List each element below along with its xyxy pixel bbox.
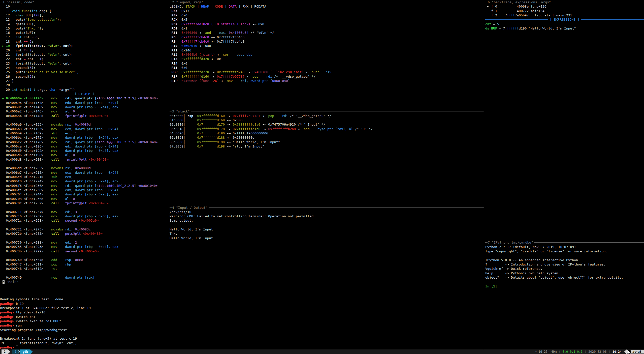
terminal-line: R12 0x4004b0 (_start) ◂— xor ebp, ebp	[170, 52, 484, 57]
pane-title: 1 "disasm, code"	[0, 0, 169, 4]
terminal-line: R14 0x0	[170, 61, 484, 66]
terminal-line: R8 0x7ffff7fcb4c0 ◂— 0x7ffff7fcb4c0	[170, 35, 484, 39]
terminal-line	[0, 205, 169, 210]
terminal-line: 25 puts("Again as it was so nice");	[0, 70, 169, 74]
terminal-line: 0x40071c <func+268> call second <0x4005a…	[0, 218, 169, 223]
status-time: 10:24	[613, 350, 622, 353]
terminal-line: R9 0x7ffff7fcb4c0 ◂— 0x7ffff7fcb4c0	[170, 39, 484, 44]
terminal-line: f 2 7ffff7a05b97 __libc_start_main+231	[485, 13, 644, 17]
section-divider: [ DISASM ]	[0, 92, 169, 96]
terminal-line: 18 cnt += 5;	[0, 39, 169, 44]
terminal-line: 0x4006a4 <func+148> call fprintf@plt <0x…	[0, 114, 169, 118]
terminal-line: In [1]:	[485, 284, 644, 288]
terminal-line: 22 cnt = cnt - 1;	[0, 57, 169, 61]
terminal-line: 10	[0, 4, 169, 9]
terminal-line	[0, 332, 484, 336]
terminal-line: 0x400711 <func+257> mov edi, 3	[0, 210, 169, 214]
pane-title: 2 "legend, regs"	[170, 0, 484, 4]
terminal-line: %quickref -> Quick reference.	[485, 267, 644, 271]
pane-title: 6 "backtrace, expressions, args"	[485, 0, 644, 4]
terminal-line: /dev/pts/10	[170, 210, 484, 214]
terminal-line: 0x4006f0 <func+224> mov dword ptr [rbp -…	[0, 179, 169, 183]
terminal-line	[0, 223, 169, 227]
uptime-arrow-icon: ↑	[535, 350, 537, 353]
terminal-line: object? -> Details about 'object', use '…	[485, 275, 644, 280]
terminal-line: 07:0038│ 0x7fffffffd198 ◂— "rld, I'm Inp…	[170, 144, 484, 149]
hostname-badge: at-at	[627, 350, 644, 353]
terminal-line: 12 char BUF[128];	[0, 13, 169, 17]
separator-icon: ⟨	[559, 350, 560, 353]
terminal-line: ► f 0 40068e func+126	[485, 4, 644, 9]
terminal-line: 11 void func(int arg) {	[0, 9, 169, 13]
terminal-line: 29 int main(int argc, char *argv[])	[0, 87, 169, 92]
terminal-line: 0x4006b3 <func+163> mov ecx, dword ptr […	[0, 127, 169, 131]
terminal-line: R10 0x602010 ◂— 0x0	[170, 44, 484, 48]
terminal-line: RIP 0x40068e (func+126) ◂— mov rdi, qwor…	[170, 79, 484, 83]
lock-icon	[628, 350, 631, 353]
terminal-line: 16 puts(BUF);	[0, 31, 169, 35]
terminal-line: 01:0008│ 0x7fffffffd168 ◂— 0x380	[170, 118, 484, 122]
terminal-line: warning: GDB: Failed to set controlling …	[170, 214, 484, 218]
powerline-arrow-icon	[8, 349, 10, 354]
blank-lines	[170, 149, 484, 205]
terminal-line	[0, 271, 169, 275]
terminal-line: 0x40072b <func+283> call puts@plt <0x400…	[0, 231, 169, 236]
pane-disasm-code[interactable]: 1 "disasm, code" 10 11 void func(int arg…	[0, 0, 169, 280]
panes-legend-regs-stack-io[interactable]: 2 "legend, regs"LEGEND: STACK | HEAP | C…	[170, 0, 484, 280]
terminal-line: 0x40070c <func+252> call fprintf@plt <0x…	[0, 201, 169, 205]
pane-title: 4 "Input / Output"	[170, 205, 484, 210]
terminal-line: 26 second(2);	[0, 74, 169, 79]
terminal-line: 17 int cnt = 0;	[0, 35, 169, 39]
terminal-line: ds BUF = 7fffffffd190 "Hello World, I'm …	[485, 26, 644, 31]
terminal-line: ► 19 fprintf(stdout, "%d\n", cnt);	[0, 44, 169, 48]
terminal-line: 0x400749 nop dword ptr [rax]	[0, 275, 169, 280]
terminal-line: 03:0018│ 0x7fffffffd178 —▸ 0x7fffffffd1b…	[170, 127, 484, 131]
terminal-line: 0x4006a9 <func+153> movabs rsi, 0x40080d	[0, 122, 169, 127]
window-tab-gdb[interactable]: gdb	[20, 349, 30, 354]
terminal-line: RDX 0x7ffff7dd18c0 (_IO_stdfile_1_lock) …	[170, 22, 484, 26]
load-average: 0.0 0.1 0.1	[563, 350, 583, 353]
terminal-line: Hello World, I'm Input	[170, 236, 484, 240]
terminal-line: 0x4006b9 <func+169> shl ecx, 1	[0, 131, 169, 135]
separator-icon: ⟨	[585, 350, 586, 353]
status-bar-left: 2 1 gdb	[0, 349, 33, 354]
terminal-line	[0, 118, 169, 122]
terminal-line: 0x400716 <func+262> mov dword ptr [rbp -…	[0, 214, 169, 218]
terminal-line: ? -> Introduction and overview of IPytho…	[485, 262, 644, 267]
terminal-line: 0x4006ca <func+186> mov edx, dword ptr […	[0, 144, 169, 149]
blank-lines	[170, 83, 484, 109]
terminal-line: RDI 0x1	[170, 26, 484, 31]
terminal-line: Breakpoint 1 at 0x40068e: file test.c, l…	[0, 306, 484, 310]
terminal-line: 06:0030│ 0x7fffffffd190 ◂— "Hello World,…	[170, 140, 484, 144]
terminal-line: 0x400730 <func+288> mov edi, 2	[0, 240, 169, 245]
pane-border-vertical-right[interactable]	[484, 0, 484, 350]
terminal-line	[485, 253, 644, 258]
terminal-line: RBP 0x7fffffffd220 —▸ 0x7fffffffd240 —▸ …	[170, 70, 484, 74]
separator-icon: ⟨	[609, 350, 610, 353]
terminal-line: 0x40070a <func+250> mov al, 0	[0, 197, 169, 201]
terminal-line: 05:0028│ 0x7fffffffd188 ◂— 0x50000000e	[170, 135, 484, 140]
terminal-line	[0, 162, 169, 166]
pane-main-gdb[interactable]: 5 "Main"Reading symbols from test...done…	[0, 280, 484, 350]
session-badge[interactable]: 2	[2, 349, 8, 354]
terminal-line: 0x4006f6 <func+230> mov rdi, qword ptr […	[0, 184, 169, 188]
terminal-line: 20 cnt *= 2;	[0, 48, 169, 52]
terminal-line: LEGEND: STACK | HEAP | CODE | DATA | RWX…	[170, 4, 484, 9]
terminal-line	[0, 236, 169, 240]
terminal-line: pwndbg> cwatch execute "ds BUF"	[0, 319, 484, 323]
terminal-line: 0x400696 <func+134> mov edx, dword ptr […	[0, 101, 169, 105]
hostname-text: at-at	[632, 350, 641, 353]
terminal-line: RSI 0x40080d ◂— and eax, 0x4f000a64 /* '…	[170, 31, 484, 35]
terminal-line: 0x400721 <func+273> movabs rdi, 0x40083c	[0, 227, 169, 231]
pane-border-vertical-left[interactable]	[168, 0, 168, 280]
terminal-line: 0x40069c <func+140> mov dword ptr [rbp -…	[0, 105, 169, 109]
terminal-line	[0, 253, 169, 258]
blank-lines	[485, 31, 644, 240]
terminal-line: 0x4006e7 <func+215> mov ecx, dword ptr […	[0, 170, 169, 175]
terminal-line: 27 }	[0, 79, 169, 83]
terminal-line	[170, 223, 484, 227]
terminal-line: 0x4006dd <func+205> movabs rsi, 0x40080d	[0, 166, 169, 170]
terminal-line: RBX 0x0	[170, 13, 484, 17]
status-date: 2020-03-06	[588, 350, 606, 353]
panes-backtrace-ipython[interactable]: 6 "backtrace, expressions, args" ► f 0 4…	[485, 0, 644, 350]
